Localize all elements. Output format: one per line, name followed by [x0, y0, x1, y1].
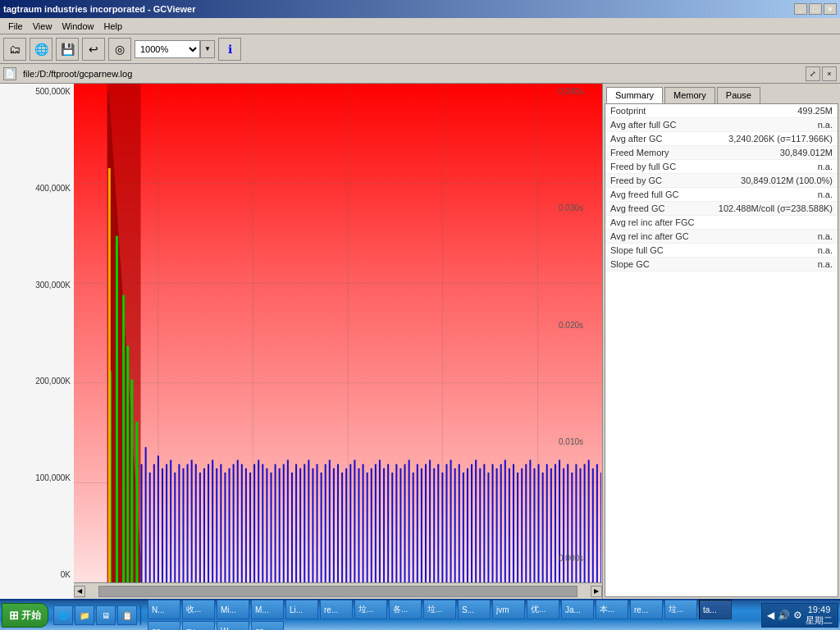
taskbar-item-re2[interactable]: re... [630, 600, 663, 619]
taskbar-item-ta[interactable]: ta... [699, 600, 732, 619]
right-panel: Summary Memory Pause Footprint 499.25M A… [602, 84, 840, 599]
taskbar-item-mi[interactable]: Mi... [217, 600, 249, 619]
row-footprint: Footprint 499.25M [605, 104, 838, 118]
svg-rect-83 [429, 460, 431, 582]
taskbar-item-ja[interactable]: Ja... [561, 600, 594, 619]
file-panel-buttons[interactable]: ⤢ × [806, 66, 837, 81]
svg-rect-114 [559, 460, 560, 582]
taskbar-item-la3[interactable]: 垃... [664, 600, 697, 619]
taskbar-item-gc[interactable]: gc... [148, 621, 180, 630]
svg-rect-47 [279, 468, 281, 582]
clock-time: 19:49 [806, 605, 833, 615]
h-scrollbar[interactable]: ◀ ▶ [74, 582, 602, 599]
y-label-2: 300,000K [0, 281, 74, 290]
taskbar-item-s[interactable]: S... [458, 600, 491, 619]
svg-rect-128 [126, 345, 129, 582]
zoom-control[interactable]: 1000% 100% 200% 500% 2000% ▼ [135, 40, 215, 58]
refresh-button[interactable]: ◎ [108, 38, 131, 61]
svg-rect-35 [229, 468, 231, 582]
svg-rect-93 [471, 464, 472, 582]
taskbar-item-w[interactable]: W... [217, 621, 249, 630]
val-avg-freed-full-gc: n.a. [734, 189, 833, 199]
menu-window[interactable]: Window [57, 20, 98, 33]
taskbar-item-ben[interactable]: 本... [596, 600, 628, 619]
key-slope-full-gc: Slope full GC [610, 245, 734, 255]
scroll-thumb[interactable] [98, 586, 578, 597]
globe-button[interactable]: 🌐 [30, 38, 52, 61]
tab-memory[interactable]: Memory [664, 87, 715, 103]
svg-rect-67 [363, 464, 364, 582]
svg-rect-56 [317, 464, 318, 582]
scroll-left-button[interactable]: ◀ [74, 586, 85, 597]
taskbar-item-jvm[interactable]: jvm [492, 600, 525, 619]
svg-rect-32 [216, 468, 217, 582]
window-controls[interactable]: _ □ × [794, 3, 837, 15]
svg-rect-113 [555, 464, 556, 582]
close-button[interactable]: × [824, 3, 837, 15]
taskbar-item-sy[interactable]: sy... [182, 621, 215, 630]
ql-ie[interactable]: 🌐 [53, 605, 73, 625]
chart-container[interactable]: 500,000K 400,000K 300,000K 200,000K 100,… [0, 84, 602, 599]
svg-rect-39 [245, 468, 247, 582]
taskbar-item-you[interactable]: 优... [527, 600, 559, 619]
svg-rect-120 [584, 464, 586, 582]
taskbar-item-recv[interactable]: 收... [182, 600, 215, 619]
svg-rect-78 [409, 460, 410, 582]
open-folder-button[interactable]: 🗂 [3, 38, 26, 61]
svg-rect-26 [191, 460, 193, 582]
svg-rect-87 [445, 464, 447, 582]
tray-icon-3[interactable]: ⚙ [793, 609, 802, 621]
maximize-button[interactable]: □ [809, 3, 822, 15]
taskbar-item-la[interactable]: 垃... [354, 600, 387, 619]
save-button[interactable]: 💾 [56, 38, 79, 61]
svg-rect-109 [538, 464, 540, 582]
zoom-select[interactable]: 1000% 100% 200% 500% 2000% [135, 40, 200, 58]
menu-view[interactable]: View [28, 20, 57, 33]
file-expand-button[interactable]: ⤢ [806, 66, 820, 81]
back-button[interactable]: ↩ [82, 38, 105, 61]
svg-rect-38 [241, 464, 243, 582]
taskbar-item-ge[interactable]: 各... [389, 600, 422, 619]
svg-rect-63 [345, 468, 347, 582]
svg-rect-110 [542, 472, 544, 582]
svg-rect-25 [187, 464, 189, 582]
row-avg-freed-full-gc: Avg freed full GC n.a. [605, 188, 838, 202]
tray-icon-2[interactable]: 🔊 [778, 609, 790, 621]
svg-rect-111 [546, 464, 548, 582]
svg-rect-20 [166, 464, 167, 582]
taskbar-item-li[interactable]: Li... [285, 600, 318, 619]
val-freed-full-gc: n.a. [734, 162, 833, 171]
tab-pause[interactable]: Pause [717, 87, 760, 103]
val-avg-full-gc: n.a. [734, 120, 833, 130]
minimize-button[interactable]: _ [794, 3, 807, 15]
system-tray[interactable]: ◀ 🔊 ⚙ 19:49 星期二 [761, 603, 838, 628]
row-slope-full-gc: Slope full GC n.a. [605, 244, 838, 258]
file-path: file:/D:/ftproot/gcparnew.log [20, 67, 135, 80]
file-close-button[interactable]: × [822, 66, 837, 81]
ql-folder[interactable]: 📁 [75, 605, 94, 625]
key-avg-after-gc: Avg after GC [610, 134, 728, 144]
svg-rect-104 [517, 472, 518, 582]
tray-icon-1[interactable]: ◀ [767, 609, 774, 621]
info-button[interactable]: ℹ [218, 38, 241, 61]
key-freed-gc: Freed by GC [610, 176, 734, 185]
ql-app1[interactable]: 🖥 [96, 605, 116, 625]
svg-rect-61 [337, 464, 339, 582]
tab-summary[interactable]: Summary [606, 87, 663, 103]
taskbar-item-re[interactable]: re... [320, 600, 353, 619]
start-button[interactable]: ⊞ 开始 [2, 603, 48, 628]
taskbar-item-n[interactable]: N... [148, 600, 180, 619]
svg-rect-70 [375, 464, 377, 582]
val-avg-freed-gc: 102.488M/coll (σ=238.588K) [719, 203, 833, 213]
taskbar-item-gc2[interactable]: gc... [251, 621, 284, 630]
taskbar-item-la2[interactable]: 垃... [423, 600, 456, 619]
menu-help[interactable]: Help [99, 20, 128, 33]
menu-file[interactable]: File [3, 20, 28, 33]
svg-rect-31 [212, 460, 213, 582]
ql-app2[interactable]: 📋 [117, 605, 137, 625]
svg-rect-58 [325, 464, 326, 582]
y-label-4: 100,000K [0, 473, 74, 482]
scroll-right-button[interactable]: ▶ [591, 586, 602, 597]
zoom-dropdown-arrow[interactable]: ▼ [200, 40, 215, 58]
taskbar-item-m[interactable]: M... [251, 600, 284, 619]
